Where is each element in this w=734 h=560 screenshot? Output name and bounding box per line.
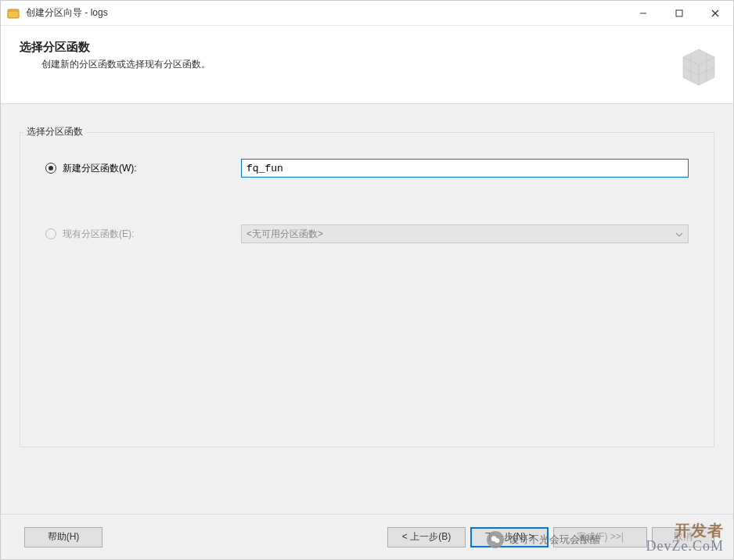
existing-function-combo: <无可用分区函数> (241, 224, 689, 243)
new-function-radio[interactable] (45, 163, 56, 174)
titlebar: 创建分区向导 - logs (1, 1, 733, 26)
close-button[interactable] (697, 1, 733, 25)
new-function-row: 新建分区函数(W): (45, 159, 689, 178)
maximize-button[interactable] (661, 1, 697, 25)
cancel-button-label: 取消 (674, 530, 693, 544)
header-graphic-icon (667, 41, 719, 93)
app-icon (7, 7, 20, 20)
combo-placeholder: <无可用分区函数> (246, 228, 323, 241)
window-title: 创建分区向导 - logs (26, 6, 108, 20)
existing-function-row: 现有分区函数(E): <无可用分区函数> (45, 224, 689, 243)
wizard-header: 选择分区函数 创建新的分区函数或选择现有分区函数。 (1, 26, 733, 104)
new-function-input[interactable] (241, 159, 689, 178)
wechat-text: 馒哥不光会玩会酿醋 (509, 533, 600, 547)
svg-rect-3 (676, 10, 682, 16)
help-button-label: 帮助(H) (48, 530, 80, 544)
page-subtitle: 创建新的分区函数或选择现有分区函数。 (41, 58, 714, 71)
existing-function-label: 现有分区函数(E): (63, 228, 134, 241)
page-title: 选择分区函数 (20, 40, 714, 55)
back-button-label: < 上一步(B) (402, 530, 451, 544)
cancel-button[interactable]: 取消 (652, 527, 714, 547)
wechat-icon (487, 531, 504, 548)
wizard-footer: 帮助(H) < 上一步(B) 下一步(N) > 完成(F) >>| 取消 (1, 514, 733, 559)
new-function-label: 新建分区函数(W): (63, 162, 137, 175)
existing-function-radio (45, 228, 56, 239)
wechat-overlay: 馒哥不光会玩会酿醋 (487, 531, 600, 548)
wizard-window: 创建分区向导 - logs 选择分区函数 创建新的分区函数或选择现有分区函数。 (0, 0, 734, 560)
window-controls (625, 1, 733, 25)
back-button[interactable]: < 上一步(B) (387, 527, 466, 547)
svg-rect-1 (8, 9, 19, 12)
group-label: 选择分区函数 (23, 125, 86, 138)
partition-function-group: 选择分区函数 新建分区函数(W): 现有分区函数(E): <无可用分区函 (20, 132, 714, 447)
help-button[interactable]: 帮助(H) (24, 527, 103, 547)
wizard-body: 选择分区函数 新建分区函数(W): 现有分区函数(E): <无可用分区函 (1, 104, 733, 514)
svg-point-14 (495, 538, 499, 543)
chevron-down-icon (675, 228, 683, 239)
minimize-button[interactable] (625, 1, 661, 25)
